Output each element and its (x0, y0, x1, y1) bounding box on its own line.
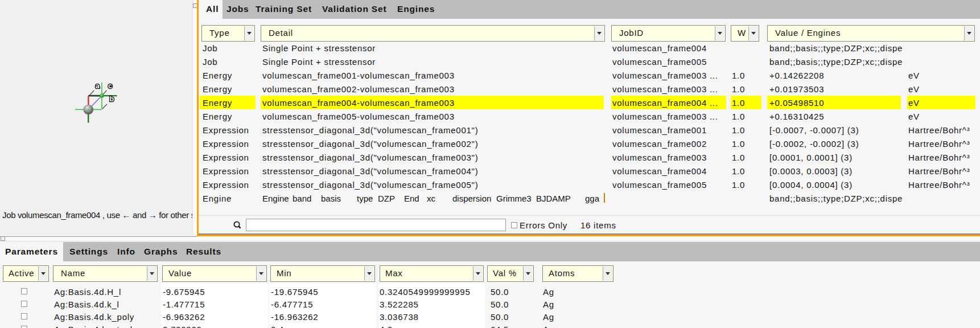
svg-text:a: a (96, 82, 100, 90)
svg-text:b: b (109, 95, 114, 103)
svg-text:c: c (108, 82, 112, 90)
